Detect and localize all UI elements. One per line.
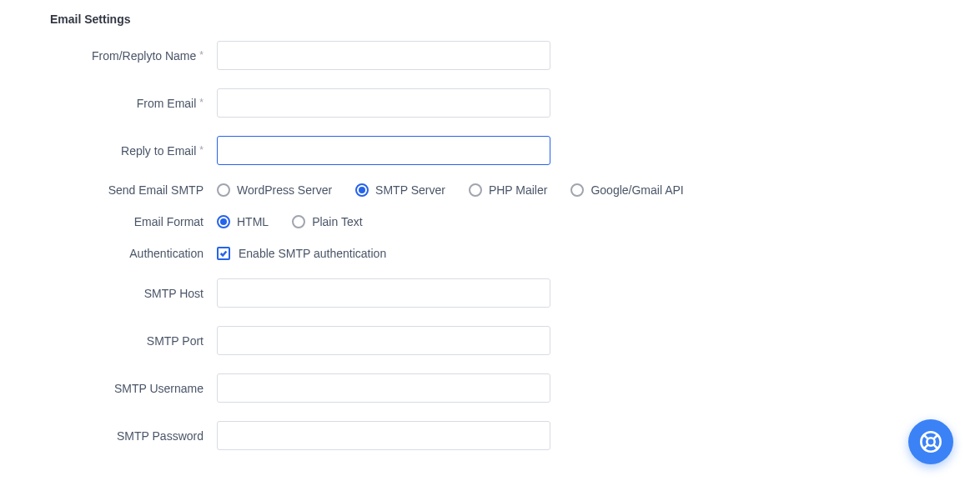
row-send-email-smtp: Send Email SMTP WordPress Server SMTP Se… xyxy=(50,183,930,197)
section-title: Email Settings xyxy=(50,13,930,26)
label-reply-to-email: Reply to Email* xyxy=(50,144,217,158)
input-reply-to-email[interactable] xyxy=(217,136,550,165)
email-settings-section: Email Settings From/Replyto Name* From E… xyxy=(50,13,930,450)
radio-icon xyxy=(355,183,369,197)
input-smtp-host[interactable] xyxy=(217,278,550,308)
radio-label: WordPress Server xyxy=(237,183,332,197)
radio-label: PHP Mailer xyxy=(489,183,548,197)
row-smtp-username: SMTP Username xyxy=(50,373,930,403)
label-smtp-username: SMTP Username xyxy=(50,382,217,395)
radio-plain-text[interactable]: Plain Text xyxy=(292,215,362,228)
label-authentication: Authentication xyxy=(50,247,217,260)
radio-icon xyxy=(292,215,305,228)
row-reply-to-email: Reply to Email* xyxy=(50,136,930,165)
svg-line-2 xyxy=(924,435,928,439)
label-send-email-smtp: Send Email SMTP xyxy=(50,183,217,197)
checkbox-enable-smtp-auth[interactable]: Enable SMTP authentication xyxy=(217,247,386,260)
radio-html[interactable]: HTML xyxy=(217,215,269,228)
label-from-replyto-name: From/Replyto Name* xyxy=(50,49,217,63)
radio-php-mailer[interactable]: PHP Mailer xyxy=(469,183,548,197)
row-from-replyto-name: From/Replyto Name* xyxy=(50,41,930,70)
radio-icon xyxy=(217,183,230,197)
label-smtp-port: SMTP Port xyxy=(50,334,217,348)
svg-line-5 xyxy=(924,444,928,448)
row-from-email: From Email* xyxy=(50,88,930,118)
radio-icon xyxy=(469,183,482,197)
radio-label: Google/Gmail API xyxy=(591,183,683,197)
radio-icon xyxy=(570,183,584,197)
radio-icon xyxy=(217,215,230,228)
label-smtp-host: SMTP Host xyxy=(50,287,217,300)
input-from-email[interactable] xyxy=(217,88,550,118)
input-smtp-port[interactable] xyxy=(217,326,550,355)
radio-google-gmail-api[interactable]: Google/Gmail API xyxy=(570,183,683,197)
svg-line-3 xyxy=(933,444,937,448)
lifebuoy-icon xyxy=(919,430,942,453)
row-email-format: Email Format HTML Plain Text xyxy=(50,215,930,228)
checkbox-icon xyxy=(217,247,230,260)
label-smtp-password: SMTP Password xyxy=(50,429,217,443)
radio-wordpress-server[interactable]: WordPress Server xyxy=(217,183,332,197)
svg-point-1 xyxy=(927,438,934,445)
radio-label: HTML xyxy=(237,215,269,228)
radio-smtp-server[interactable]: SMTP Server xyxy=(355,183,445,197)
row-smtp-port: SMTP Port xyxy=(50,326,930,355)
row-smtp-host: SMTP Host xyxy=(50,278,930,308)
svg-line-4 xyxy=(933,435,937,439)
label-email-format: Email Format xyxy=(50,215,217,228)
help-button[interactable] xyxy=(908,419,953,464)
radio-label: SMTP Server xyxy=(375,183,445,197)
checkbox-label: Enable SMTP authentication xyxy=(239,247,386,260)
input-from-replyto-name[interactable] xyxy=(217,41,550,70)
input-smtp-username[interactable] xyxy=(217,373,550,403)
label-from-email: From Email* xyxy=(50,97,217,110)
radio-label: Plain Text xyxy=(312,215,362,228)
input-smtp-password[interactable] xyxy=(217,421,550,450)
row-authentication: Authentication Enable SMTP authenticatio… xyxy=(50,247,930,260)
row-smtp-password: SMTP Password xyxy=(50,421,930,450)
